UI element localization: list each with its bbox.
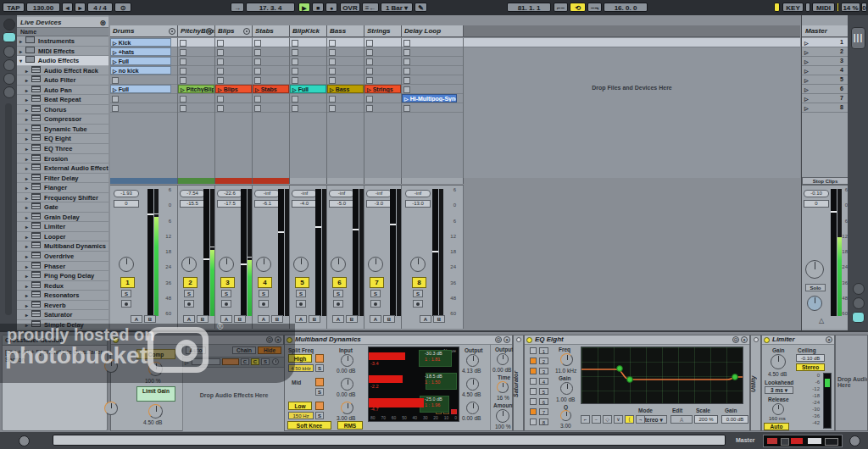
track-header-strings[interactable]: Strings	[364, 25, 402, 37]
clip-slot[interactable]	[110, 94, 177, 103]
clip-full[interactable]: ▷Full	[290, 85, 326, 93]
chevron-right-icon[interactable]: ▸	[19, 37, 25, 47]
clip-slot[interactable]	[178, 66, 214, 75]
crossfade-b-button[interactable]: B	[309, 315, 320, 323]
device-drop-area[interactable]: Drop Audio Effects Here	[835, 335, 868, 431]
chevron-right-icon[interactable]: ▸	[25, 164, 31, 174]
eq8-band-6-select[interactable]: 6	[539, 398, 548, 405]
mbd-input-knob-low[interactable]	[341, 402, 353, 414]
rack-power-icon[interactable]	[113, 337, 119, 343]
eq8-band-3-select[interactable]: 3	[539, 368, 548, 374]
clip-play-icon[interactable]: ▷	[113, 69, 117, 74]
chevron-right-icon[interactable]: ▸	[25, 67, 31, 76]
clip-play-icon[interactable]: ▷	[330, 87, 334, 92]
mbd-split-freq-field[interactable]: 150 Hz	[288, 412, 314, 419]
limiter-power-icon[interactable]	[764, 337, 770, 343]
scene-1[interactable]: ▷1	[802, 38, 849, 47]
chevron-right-icon[interactable]: ▸	[25, 263, 31, 272]
track-filter-icon[interactable]	[206, 28, 213, 35]
macro-button-comp[interactable]: Comp	[136, 349, 175, 359]
fader-handle[interactable]	[390, 224, 396, 225]
master-pan-knob[interactable]	[805, 260, 824, 279]
eq8-band-3-toggle[interactable]	[530, 368, 537, 374]
eq8-title-bar[interactable]: EQ Eight ⊙ ●	[525, 335, 749, 345]
clip-slot[interactable]	[327, 66, 364, 75]
mbd-input-value[interactable]: 3.00 dB	[337, 415, 355, 421]
clip-slot[interactable]: ▷Blips	[215, 85, 252, 94]
limiter-ceiling-field[interactable]: -0.10 dB	[796, 354, 825, 362]
crossfade-b-button[interactable]: B	[197, 315, 209, 323]
eq8-band-5-toggle[interactable]	[530, 388, 537, 395]
volume-field[interactable]: -5.0	[329, 200, 354, 208]
clip-slot[interactable]	[290, 57, 326, 66]
chevron-right-icon[interactable]: ▸	[25, 242, 31, 252]
browser-item-looper[interactable]: ▸ Looper	[17, 232, 108, 242]
file-browser-1-tab[interactable]	[3, 59, 15, 71]
clip-stop-button[interactable]	[180, 68, 186, 75]
mbd-title-bar[interactable]: Multiband Dynamics ⊙ ●	[285, 335, 512, 345]
clip-stop-button[interactable]	[403, 68, 410, 75]
clip-slot[interactable]	[178, 38, 214, 47]
mbd-band-s-button[interactable]: S	[315, 388, 324, 396]
limiter-gain-value[interactable]: 4.50 dB	[768, 371, 787, 377]
clip-stop-button[interactable]	[180, 49, 186, 56]
clip-slot[interactable]	[253, 75, 289, 85]
clip-stop-button[interactable]	[403, 105, 410, 112]
track-filter-icon[interactable]	[169, 28, 175, 35]
eq8-band3-dot[interactable]	[627, 377, 633, 383]
chevron-right-icon[interactable]: ▸	[25, 213, 31, 223]
clip-play-icon[interactable]: ▷	[113, 41, 117, 46]
clip-slot[interactable]: ▷Full	[110, 85, 177, 94]
clip-slot[interactable]	[253, 47, 289, 57]
eq8-band-2-toggle[interactable]	[530, 358, 537, 364]
eq8-save-icon[interactable]: ●	[741, 336, 748, 343]
chevron-right-icon[interactable]: ▸	[25, 302, 31, 311]
mbd-rms-button[interactable]: RMS	[337, 421, 363, 430]
eq8-band7-dot[interactable]	[732, 374, 738, 380]
clip-slot[interactable]: ▷no kick	[110, 66, 177, 75]
browser-item-reverb[interactable]: ▸ Reverb	[17, 301, 108, 311]
clip-slot[interactable]	[178, 94, 214, 103]
eq8-filter-type-5[interactable]: ⟨	[625, 415, 634, 424]
browser-item-external-audio-effect[interactable]: ▸ External Audio Effect	[17, 164, 108, 174]
volume-fader[interactable]	[390, 189, 396, 316]
clip-slot[interactable]	[178, 57, 214, 66]
browser-item-filter-delay[interactable]: ▸ Filter Delay	[17, 174, 108, 184]
clip-stop-button[interactable]	[366, 49, 373, 56]
clip-slot[interactable]	[402, 103, 463, 113]
clip-slot[interactable]	[364, 47, 401, 57]
chain-s-button[interactable]: S	[261, 358, 270, 365]
mbd-amount-knob[interactable]	[496, 409, 509, 423]
show-sends-button[interactable]	[853, 297, 865, 309]
mbd-band-solo-activator[interactable]	[315, 402, 324, 410]
limiter-auto-button[interactable]: Auto	[764, 423, 789, 430]
clip-slot[interactable]	[253, 66, 289, 75]
stop-all-clips-button[interactable]: Stop Clips	[802, 177, 849, 185]
eq8-band-8-select[interactable]: 8	[539, 419, 548, 425]
crossfade-a-button[interactable]: A	[183, 315, 195, 323]
clip-slot[interactable]: ▷Kick	[110, 38, 177, 47]
solo-button[interactable]: S	[259, 290, 269, 297]
clip-kick[interactable]: ▷Kick	[110, 38, 171, 47]
browser-item-grain-delay[interactable]: ▸ Grain Delay	[17, 213, 108, 223]
fader-handle[interactable]	[203, 258, 209, 260]
clip-slot[interactable]	[215, 103, 252, 113]
clip-slot[interactable]	[215, 38, 252, 47]
crossfade-a-button[interactable]: A	[220, 315, 232, 323]
clip-stop-button[interactable]	[403, 49, 410, 56]
eq8-band-4-select[interactable]: 4	[539, 378, 548, 385]
chevron-right-icon[interactable]: ▸	[25, 145, 31, 154]
scene-drop-area[interactable]: Drop Files and Devices Here	[464, 38, 800, 178]
clip-slot[interactable]	[327, 94, 364, 103]
eq8-band-8-toggle[interactable]	[530, 419, 537, 425]
clip-play-icon[interactable]: ▷	[113, 50, 117, 55]
clip-stop-button[interactable]	[254, 105, 261, 112]
mbd-time-knob[interactable]	[497, 381, 509, 393]
clip-slot[interactable]	[402, 66, 463, 75]
overview-toggle-button[interactable]: |||	[851, 27, 865, 49]
clip-stop-button[interactable]	[180, 77, 186, 84]
mbd-band-solo-activator[interactable]	[315, 354, 324, 363]
clip-slot[interactable]	[402, 57, 463, 66]
volume-fader[interactable]	[278, 189, 284, 316]
clip-slot[interactable]	[253, 57, 289, 66]
